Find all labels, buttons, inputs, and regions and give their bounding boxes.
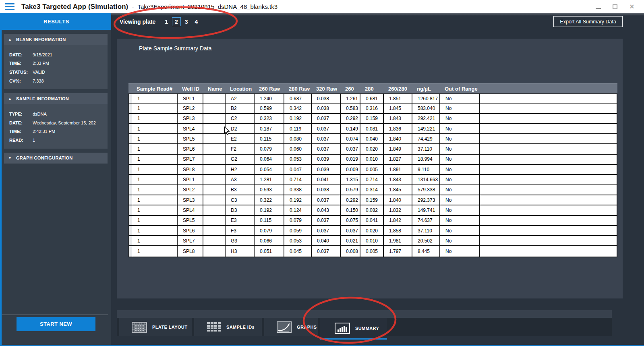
cell[interactable]: SPL4 xyxy=(178,205,203,215)
cell[interactable]: 1.840 xyxy=(384,134,412,143)
cell[interactable]: 0.060 xyxy=(284,144,312,153)
cell[interactable]: C3 xyxy=(226,195,255,205)
row-header[interactable] xyxy=(129,175,132,184)
cell[interactable]: 0.066 xyxy=(255,236,284,245)
cell[interactable]: 37.110 xyxy=(412,144,440,153)
cell[interactable]: 0.037 xyxy=(312,246,341,256)
cell[interactable]: 1314.663 xyxy=(412,175,440,184)
cell[interactable]: H2 xyxy=(226,165,255,174)
cell[interactable]: 1 xyxy=(132,175,178,184)
table-row[interactable]: 1SPL8H30.0510.0450.0370.0080.0051.7978.4… xyxy=(129,246,617,256)
row-header[interactable] xyxy=(129,226,132,235)
row-header[interactable] xyxy=(129,155,132,164)
cell[interactable] xyxy=(203,155,226,164)
cell[interactable]: 1 xyxy=(132,205,178,215)
cell[interactable]: 0.150 xyxy=(341,205,360,215)
cell[interactable]: SPL6 xyxy=(178,144,203,153)
cell[interactable]: 1 xyxy=(132,165,178,174)
cell[interactable]: 0.005 xyxy=(360,246,384,256)
graph-configuration-header[interactable]: ▼ GRAPH CONFIGURATION xyxy=(4,153,108,164)
cell[interactable]: 0.079 xyxy=(255,226,284,235)
cell[interactable] xyxy=(203,104,226,113)
column-header[interactable]: 260 xyxy=(340,84,360,93)
cell[interactable]: SPL1 xyxy=(178,175,203,184)
cell[interactable]: 0.080 xyxy=(284,134,312,143)
cell[interactable] xyxy=(203,195,226,205)
column-header[interactable]: 320 Raw xyxy=(311,84,340,93)
row-header[interactable] xyxy=(129,165,132,174)
row-header[interactable] xyxy=(129,185,132,195)
cell[interactable]: 0.079 xyxy=(284,216,312,225)
cell[interactable]: 0.037 xyxy=(312,226,341,235)
cell[interactable]: 0.053 xyxy=(284,155,312,164)
cell[interactable]: 0.599 xyxy=(255,104,284,113)
cell[interactable]: 0.040 xyxy=(312,236,341,245)
cell[interactable]: B3 xyxy=(226,185,255,195)
cell[interactable]: 0.059 xyxy=(284,226,312,235)
cell[interactable]: 0.038 xyxy=(312,104,341,113)
cell[interactable]: 292.373 xyxy=(412,195,440,205)
cell[interactable] xyxy=(203,134,226,143)
cell[interactable]: No xyxy=(440,226,480,235)
cell[interactable]: 1.281 xyxy=(255,175,284,184)
cell[interactable]: SPL8 xyxy=(178,246,203,256)
cell[interactable]: 0.322 xyxy=(255,195,284,205)
cell[interactable] xyxy=(203,246,226,256)
cell[interactable] xyxy=(203,236,226,245)
column-header[interactable]: 260 Raw xyxy=(254,84,284,93)
cell[interactable] xyxy=(203,185,226,195)
cell[interactable]: 1 xyxy=(132,134,178,143)
cell[interactable]: 0.115 xyxy=(255,216,284,225)
cell[interactable]: 1.797 xyxy=(384,246,412,256)
cell[interactable]: 1.845 xyxy=(384,185,412,195)
cell[interactable]: SPL8 xyxy=(178,165,203,174)
row-header[interactable] xyxy=(129,246,132,256)
cell[interactable]: 579.338 xyxy=(412,185,440,195)
cell[interactable]: 0.064 xyxy=(255,155,284,164)
cell[interactable]: 0.054 xyxy=(255,165,284,174)
row-header[interactable] xyxy=(129,134,132,143)
cell[interactable] xyxy=(203,94,226,103)
column-header[interactable]: Name xyxy=(203,84,225,93)
cell[interactable]: 0.579 xyxy=(341,185,360,195)
cell[interactable]: F3 xyxy=(226,226,255,235)
column-header[interactable]: ng/µL xyxy=(412,84,439,93)
cell[interactable]: 1.849 xyxy=(384,144,412,153)
cell[interactable]: No xyxy=(440,134,480,143)
cell[interactable]: 0.119 xyxy=(284,124,312,133)
cell[interactable]: 1 xyxy=(132,124,178,133)
cell[interactable]: 1 xyxy=(132,104,178,113)
cell[interactable]: SPL7 xyxy=(178,155,203,164)
cell[interactable]: 0.047 xyxy=(284,165,312,174)
cell[interactable]: 18.994 xyxy=(412,155,440,164)
cell[interactable]: 0.037 xyxy=(341,226,360,235)
cell[interactable]: No xyxy=(440,195,480,205)
cell[interactable]: 0.687 xyxy=(284,94,312,103)
cell[interactable]: 0.192 xyxy=(255,205,284,215)
cell[interactable] xyxy=(203,144,226,153)
table-row[interactable]: 1SPL2B20.5990.3420.0380.5830.3161.845583… xyxy=(129,104,617,114)
column-header[interactable]: Well ID xyxy=(177,84,203,93)
sample-information-header[interactable]: ▲ SAMPLE INFORMATION xyxy=(4,93,108,104)
cell[interactable]: C2 xyxy=(226,114,255,123)
cell[interactable]: No xyxy=(440,246,480,256)
cell[interactable]: 0.037 xyxy=(312,144,341,153)
cell[interactable]: H3 xyxy=(226,246,255,256)
cell[interactable]: 37.110 xyxy=(412,226,440,235)
column-header[interactable]: Out of Range xyxy=(439,84,479,93)
tab-summary[interactable]: SUMMARY xyxy=(320,318,387,340)
column-header[interactable]: 280 Raw xyxy=(284,84,311,93)
cell[interactable]: 1.845 xyxy=(384,104,412,113)
cell[interactable]: 0.323 xyxy=(255,114,284,123)
cell[interactable]: 0.041 xyxy=(312,175,341,184)
cell[interactable]: A2 xyxy=(226,94,255,103)
cell[interactable]: No xyxy=(440,185,480,195)
cell[interactable]: SPL1 xyxy=(178,94,203,103)
cell[interactable]: 149.741 xyxy=(412,205,440,215)
cell[interactable]: 1.843 xyxy=(384,175,412,184)
cell[interactable]: 0.292 xyxy=(341,114,360,123)
cell[interactable]: 1.827 xyxy=(384,155,412,164)
cell[interactable]: 1.858 xyxy=(384,226,412,235)
cell[interactable]: 0.019 xyxy=(341,155,360,164)
row-header[interactable] xyxy=(129,195,132,205)
